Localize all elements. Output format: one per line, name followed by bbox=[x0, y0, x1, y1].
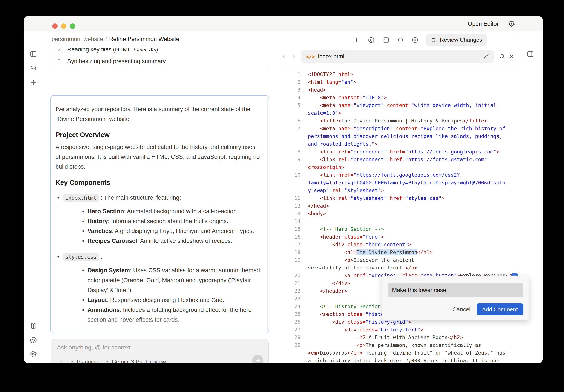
code-line[interactable]: 8 <link rel="preconnect" href="https://f… bbox=[277, 148, 519, 156]
text-caret bbox=[447, 287, 447, 294]
task-label: Reading key files (HTML, CSS, JS) bbox=[67, 48, 158, 53]
code-line[interactable]: crossorigin> bbox=[277, 163, 519, 171]
settings-gear-icon[interactable]: ⚙ bbox=[508, 19, 515, 29]
right-panel-toggle-icon[interactable] bbox=[527, 50, 535, 59]
add-comment-button[interactable]: Add Comment bbox=[477, 304, 523, 315]
code-line[interactable]: 3<head> bbox=[277, 86, 519, 94]
line-number: 1 bbox=[277, 70, 300, 78]
code-line[interactable]: <em>Diospyros</em> meaning "divine fruit… bbox=[277, 349, 519, 357]
preview-eye-icon[interactable] bbox=[411, 36, 419, 44]
inbox-icon[interactable] bbox=[29, 64, 38, 72]
code-line[interactable]: 5 <meta name="viewport" content="width=d… bbox=[277, 101, 519, 109]
code-line[interactable]: 2<html lang="en"> bbox=[277, 78, 519, 86]
code-line[interactable]: family=Inter:wght@400;600&family=Playfai… bbox=[277, 179, 519, 187]
code-line[interactable]: 17 <div class="hero-content"> bbox=[277, 241, 519, 249]
code-line[interactable]: 7 <meta name="description" content="Expl… bbox=[277, 125, 519, 132]
code-line[interactable]: y=swap" rel="stylesheet"> bbox=[277, 187, 519, 194]
task-item[interactable]: 2 Reading key files (HTML, CSS, JS) bbox=[51, 48, 269, 56]
comment-input-value: Make this lower case bbox=[392, 287, 446, 294]
cancel-button[interactable]: Cancel bbox=[452, 306, 470, 313]
knowledge-book-icon[interactable] bbox=[29, 322, 38, 331]
line-number bbox=[277, 109, 300, 117]
tab-filename: index.html bbox=[318, 53, 344, 60]
minimize-window-button[interactable] bbox=[61, 23, 66, 29]
new-tab-plus-icon[interactable] bbox=[353, 36, 360, 44]
model-selector[interactable]: Gemini 3 Pro Preview bbox=[105, 359, 166, 363]
code-line[interactable]: 28 <h2>A Fruit with Ancient Roots</h2> bbox=[277, 334, 519, 341]
browser-preview-icon[interactable] bbox=[367, 36, 375, 44]
sidebar-toggle-icon[interactable] bbox=[29, 50, 38, 58]
open-editor-button[interactable]: Open Editor bbox=[468, 20, 499, 28]
tab-index-html[interactable]: </> index.html bbox=[301, 50, 494, 63]
code-line[interactable]: 10 <link href="https://fonts.googleapis.… bbox=[277, 171, 519, 179]
comment-input[interactable]: Make this lower case bbox=[388, 283, 523, 297]
code-line[interactable]: persimmons and discover delicious recipe… bbox=[277, 132, 519, 140]
code-text: y=swap" rel="stylesheet"> bbox=[308, 187, 384, 194]
code-text: <p>Discover the ancient bbox=[308, 256, 414, 264]
line-number bbox=[277, 132, 300, 140]
line-number: 11 bbox=[277, 194, 300, 202]
code-view-icon[interactable] bbox=[397, 36, 404, 44]
code-line[interactable]: 16 <header class="hero"> bbox=[277, 233, 519, 241]
code-line[interactable]: 9 <link rel="preconnect" href="https://f… bbox=[277, 156, 519, 163]
task-number: 3 bbox=[57, 58, 62, 65]
message-fade-overlay bbox=[52, 316, 267, 331]
code-line[interactable]: 11 <link rel="stylesheet" href="styles.c… bbox=[277, 194, 519, 202]
code-text: <body> bbox=[308, 210, 326, 218]
edit-pencil-icon[interactable] bbox=[483, 53, 490, 59]
close-icon[interactable] bbox=[507, 52, 516, 61]
list-check-icon bbox=[431, 37, 437, 43]
send-button[interactable] bbox=[252, 355, 263, 363]
line-number bbox=[277, 349, 300, 357]
chat-composer[interactable]: Ask anything, @ for context Planning Gem… bbox=[51, 339, 269, 363]
model-label: Gemini 3 Pro Preview bbox=[112, 359, 166, 363]
attach-plus-icon[interactable] bbox=[57, 359, 63, 363]
code-line[interactable]: 6 <title>The Divine Persimmon | History … bbox=[277, 117, 519, 125]
navigate-back-icon[interactable] bbox=[280, 52, 288, 61]
navigate-forward-icon[interactable] bbox=[289, 52, 298, 61]
task-item[interactable]: 3 Synthesizing and presenting summary bbox=[51, 56, 269, 67]
code-text: <!-- History Section --> bbox=[308, 303, 393, 310]
list-item: Hero Section: Animated background with a… bbox=[63, 206, 261, 216]
code-text: <link href="https://fonts.googleapis.com… bbox=[308, 171, 460, 179]
code-line[interactable]: 4 <meta charset="UTF-8"> bbox=[277, 94, 519, 101]
breadcrumb-project[interactable]: persimmon_website bbox=[52, 36, 103, 42]
search-icon[interactable] bbox=[498, 52, 507, 61]
code-text: <header class="hero"> bbox=[308, 233, 384, 241]
editor-panel: </> index.html 1<!DOCTYPE html>2<html la… bbox=[277, 48, 519, 363]
new-chat-plus-icon[interactable] bbox=[29, 78, 38, 87]
code-line[interactable]: versatility of the divine fruit.</p> bbox=[277, 264, 519, 272]
mode-label: Planning bbox=[77, 359, 99, 363]
code-text: <meta name="viewport" content="width=dev… bbox=[308, 101, 499, 109]
code-text: a rich history dating back over 2,000 ye… bbox=[308, 357, 499, 363]
breadcrumb: persimmon_website/Refine Persimmon Websi… bbox=[52, 36, 179, 42]
line-number: 26 bbox=[277, 318, 300, 326]
code-line[interactable]: 18 <h1>The Divine Persimmon</h1> bbox=[277, 249, 519, 256]
mode-selector[interactable]: Planning bbox=[70, 359, 99, 363]
code-line[interactable]: 14 bbox=[277, 218, 519, 225]
code-line[interactable]: 27 <div class="history-text"> bbox=[277, 326, 519, 334]
code-line[interactable]: scale=1.0"> bbox=[277, 109, 519, 117]
task-list-card: 2 Reading key files (HTML, CSS, JS) 3 Sy… bbox=[51, 48, 269, 70]
code-line[interactable]: and roasted delights."> bbox=[277, 140, 519, 148]
code-line[interactable]: 1<!DOCTYPE html> bbox=[277, 70, 519, 78]
code-line[interactable]: 15 <!-- Hero Section --> bbox=[277, 225, 519, 233]
code-line[interactable]: a rich history dating back over 2,000 ye… bbox=[277, 357, 519, 363]
code-line[interactable]: 12</head> bbox=[277, 202, 519, 210]
code-line[interactable]: 19 <p>Discover the ancient bbox=[277, 256, 519, 264]
code-text: family=Inter:wght@400;600&family=Playfai… bbox=[308, 179, 506, 187]
code-text: versatility of the divine fruit.</p> bbox=[308, 264, 417, 272]
browser-chrome-icon[interactable] bbox=[29, 336, 38, 345]
list-item: index.html : The main structure, featuri… bbox=[56, 193, 261, 246]
composer-input[interactable]: Ask anything, @ for context bbox=[57, 344, 131, 351]
zoom-window-button[interactable] bbox=[70, 23, 75, 29]
code-text: <title>The Divine Persimmon | History & … bbox=[308, 117, 487, 125]
code-text: <link rel="preconnect" href="https://fon… bbox=[308, 156, 487, 163]
review-changes-button[interactable]: Review Changes bbox=[426, 34, 487, 46]
settings-gear-icon[interactable] bbox=[29, 350, 38, 359]
code-line[interactable]: 29 <p>The persimmon, known scientificall… bbox=[277, 341, 519, 349]
close-window-button[interactable] bbox=[52, 23, 57, 29]
code-text: <div class="hero-content"> bbox=[308, 241, 411, 249]
code-line[interactable]: 13<body> bbox=[277, 210, 519, 218]
terminal-icon[interactable] bbox=[382, 36, 390, 44]
